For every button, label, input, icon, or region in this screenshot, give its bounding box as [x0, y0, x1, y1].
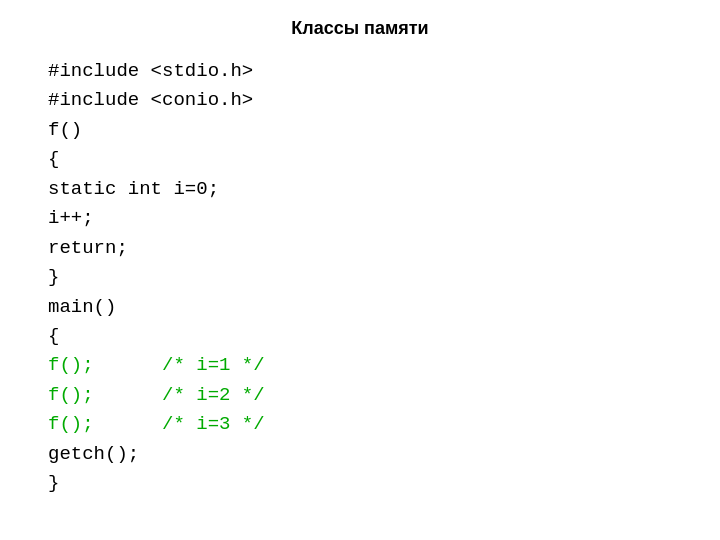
code-line: } — [48, 263, 720, 292]
code-line: { — [48, 322, 720, 351]
code-line: } — [48, 469, 720, 498]
code-line: f() — [48, 116, 720, 145]
code-line: #include <conio.h> — [48, 86, 720, 115]
code-line: f(); /* i=1 */ — [48, 351, 720, 380]
code-line: #include <stdio.h> — [48, 57, 720, 86]
code-line: f(); /* i=2 */ — [48, 381, 720, 410]
code-line: main() — [48, 293, 720, 322]
code-line: f(); /* i=3 */ — [48, 410, 720, 439]
page-title: Классы памяти — [0, 0, 720, 53]
code-line: i++; — [48, 204, 720, 233]
code-line: { — [48, 145, 720, 174]
code-line: static int i=0; — [48, 175, 720, 204]
code-line: getch(); — [48, 440, 720, 469]
code-line: return; — [48, 234, 720, 263]
code-block: #include <stdio.h>#include <conio.h>f(){… — [0, 53, 720, 499]
